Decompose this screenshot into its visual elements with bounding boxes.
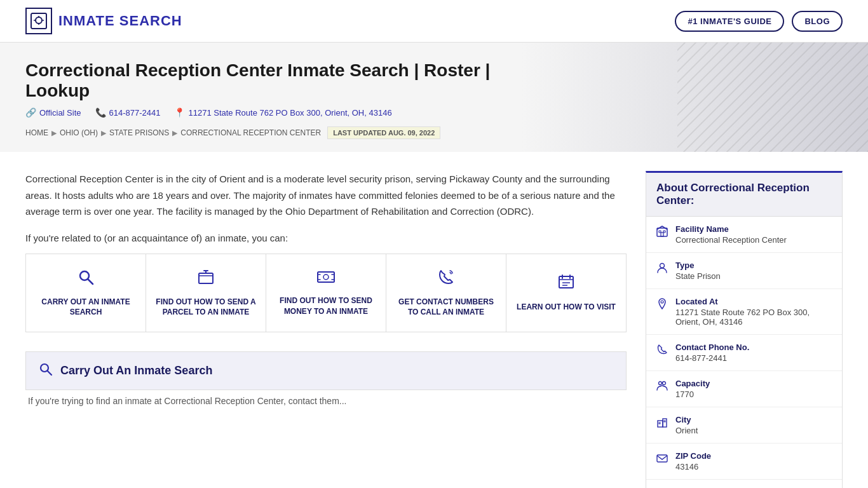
main-layout: Correctional Reception Center is in the … bbox=[0, 152, 868, 488]
svg-rect-30 bbox=[664, 421, 665, 422]
hero-background bbox=[677, 43, 868, 152]
city-icon bbox=[656, 416, 668, 431]
svg-point-17 bbox=[41, 364, 48, 372]
logo-icon bbox=[25, 8, 52, 34]
phone-content: Contact Phone No. 614-877-2441 bbox=[675, 342, 749, 363]
svg-point-25 bbox=[659, 382, 662, 385]
hero-section: Correctional Reception Center Inmate Sea… bbox=[0, 43, 868, 152]
header-nav: #1 INMATE'S GUIDE BLOG bbox=[675, 11, 843, 32]
blog-button[interactable]: BLOG bbox=[792, 11, 843, 32]
parcel-icon bbox=[197, 268, 215, 290]
facility-name-content: Facility Name Correctional Reception Cen… bbox=[675, 224, 787, 245]
capacity-value: 1770 bbox=[675, 390, 710, 399]
breadcrumb-current: CORRECTIONAL RECEPTION CENTER bbox=[180, 128, 321, 137]
link-icon: 🔗 bbox=[25, 107, 36, 118]
svg-point-10 bbox=[323, 274, 329, 280]
sidebar-item-capacity: Capacity 1770 bbox=[646, 371, 842, 407]
facility-name-value: Correctional Reception Center bbox=[675, 235, 787, 245]
money-icon bbox=[316, 269, 336, 289]
sidebar-item-city: City Orient bbox=[646, 407, 842, 444]
capacity-label: Capacity bbox=[675, 379, 710, 388]
svg-rect-31 bbox=[657, 455, 667, 462]
breadcrumb-state-prisons[interactable]: STATE PRISONS bbox=[109, 128, 169, 137]
svg-rect-8 bbox=[199, 273, 213, 283]
zip-value: 43146 bbox=[675, 462, 711, 471]
cards-row: CARRY OUT AN INMATE SEARCH FIND OUT HOW … bbox=[25, 254, 627, 333]
zip-content: ZIP Code 43146 bbox=[675, 451, 711, 471]
sidebar-item-location: Located At 11271 State Route 762 PO Box … bbox=[646, 289, 842, 335]
city-value: Orient bbox=[675, 426, 698, 435]
svg-point-26 bbox=[663, 382, 666, 385]
phone-value: 614-877-2441 bbox=[675, 353, 749, 363]
sidebar-header: About Correctional Reception Center: bbox=[646, 173, 842, 217]
card-contact-numbers-label: GET CONTACT NUMBERS TO CALL AN INMATE bbox=[393, 297, 499, 318]
card-inmate-search-label: CARRY OUT AN INMATE SEARCH bbox=[32, 297, 139, 318]
main-content: Correctional Reception Center is in the … bbox=[25, 171, 627, 488]
svg-point-23 bbox=[660, 264, 665, 268]
svg-rect-9 bbox=[318, 272, 334, 282]
svg-rect-11 bbox=[559, 276, 573, 288]
address-meta: 📍 11271 State Route 762 PO Box 300, Orie… bbox=[174, 107, 391, 118]
sidebar-item-type: Type State Prison bbox=[646, 253, 842, 289]
zip-label: ZIP Code bbox=[675, 451, 711, 461]
phone-icon bbox=[656, 344, 668, 358]
svg-point-1 bbox=[36, 17, 42, 24]
svg-line-7 bbox=[88, 279, 93, 284]
type-label: Type bbox=[675, 261, 721, 270]
card-contact-numbers[interactable]: GET CONTACT NUMBERS TO CALL AN INMATE bbox=[386, 254, 506, 332]
location-value: 11271 State Route 762 PO Box 300, Orient… bbox=[675, 308, 832, 327]
location-content: Located At 11271 State Route 762 PO Box … bbox=[675, 297, 832, 327]
svg-rect-28 bbox=[663, 419, 667, 427]
sidebar: About Correctional Reception Center: Fac… bbox=[646, 171, 843, 488]
header: INMATE SEARCH #1 INMATE'S GUIDE BLOG bbox=[0, 0, 868, 43]
card-send-money[interactable]: FIND OUT HOW TO SEND MONEY TO AN INMATE bbox=[266, 254, 386, 332]
guide-button[interactable]: #1 INMATE'S GUIDE bbox=[675, 11, 784, 32]
card-how-to-visit[interactable]: LEARN OUT HOW TO VISIT bbox=[506, 254, 626, 332]
phone-call-icon bbox=[437, 268, 455, 290]
type-icon bbox=[656, 262, 668, 276]
breadcrumb-ohio[interactable]: OHIO (OH) bbox=[60, 128, 98, 137]
search-icon bbox=[77, 268, 95, 290]
type-content: Type State Prison bbox=[675, 261, 721, 281]
section-text: If you're trying to find an inmate at Co… bbox=[25, 394, 627, 408]
sidebar-item-state: State Ohio (OH) bbox=[646, 480, 842, 488]
logo[interactable]: INMATE SEARCH bbox=[25, 8, 182, 34]
card-how-to-visit-label: LEARN OUT HOW TO VISIT bbox=[517, 302, 616, 313]
last-updated: LAST UPDATED AUG. 09, 2022 bbox=[327, 126, 440, 139]
breadcrumb-home[interactable]: HOME bbox=[25, 128, 48, 137]
location-label: Located At bbox=[675, 297, 832, 306]
phone-icon: 📞 bbox=[95, 107, 106, 118]
sidebar-box: About Correctional Reception Center: Fac… bbox=[646, 171, 843, 488]
section-block: Carry Out An Inmate Search bbox=[25, 351, 627, 390]
content-intro: If you're related to (or an acquaintance… bbox=[25, 233, 627, 243]
capacity-icon bbox=[656, 380, 668, 395]
card-send-money-label: FIND OUT HOW TO SEND MONEY TO AN INMATE bbox=[273, 295, 379, 317]
card-send-parcel-label: FIND OUT HOW TO SEND A PARCEL TO AN INMA… bbox=[153, 297, 259, 318]
svg-rect-22 bbox=[661, 233, 663, 236]
phone-meta: 📞 614-877-2441 bbox=[95, 107, 161, 118]
facility-description: Correctional Reception Center is in the … bbox=[25, 171, 627, 220]
card-send-parcel[interactable]: FIND OUT HOW TO SEND A PARCEL TO AN INMA… bbox=[146, 254, 266, 332]
city-label: City bbox=[675, 415, 698, 424]
svg-line-18 bbox=[48, 371, 51, 375]
svg-rect-0 bbox=[31, 13, 46, 29]
sidebar-item-phone: Contact Phone No. 614-877-2441 bbox=[646, 335, 842, 371]
location-icon: 📍 bbox=[174, 107, 185, 118]
mail-icon bbox=[656, 452, 668, 467]
location-pin-icon bbox=[656, 298, 668, 313]
facility-name-label: Facility Name bbox=[675, 224, 787, 234]
city-content: City Orient bbox=[675, 415, 698, 435]
svg-rect-29 bbox=[659, 423, 660, 424]
building-icon bbox=[656, 226, 668, 240]
sidebar-item-facility-name: Facility Name Correctional Reception Cen… bbox=[646, 217, 842, 253]
card-inmate-search[interactable]: CARRY OUT AN INMATE SEARCH bbox=[26, 254, 146, 332]
logo-text: INMATE SEARCH bbox=[58, 13, 182, 29]
page-title: Correctional Reception Center Inmate Sea… bbox=[25, 60, 521, 101]
visit-icon bbox=[557, 273, 575, 295]
type-value: State Prison bbox=[675, 271, 721, 281]
official-site-link[interactable]: 🔗 Official Site bbox=[25, 107, 81, 118]
phone-label: Contact Phone No. bbox=[675, 342, 749, 352]
capacity-content: Capacity 1770 bbox=[675, 379, 710, 399]
section-title: Carry Out An Inmate Search bbox=[60, 364, 212, 377]
svg-point-24 bbox=[661, 301, 663, 303]
